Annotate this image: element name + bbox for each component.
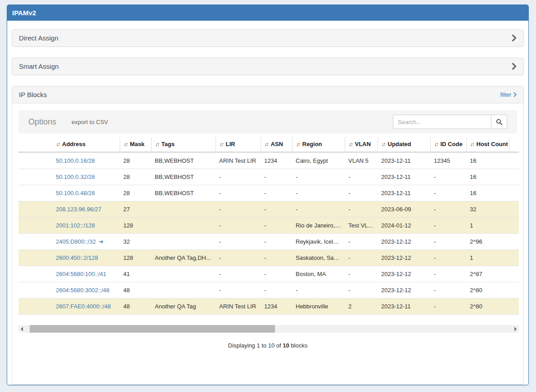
mask-cell: 32	[120, 234, 151, 250]
sort-icon[interactable]: ↓↑	[349, 141, 352, 147]
sort-icon[interactable]: ↓↑	[470, 141, 474, 147]
address-link[interactable]: 2604:5680:100::/41	[56, 271, 106, 277]
vlan-cell: -	[345, 234, 378, 250]
sort-icon[interactable]: ↓↑	[434, 141, 438, 147]
row-select-cell	[18, 234, 52, 250]
id-code-cell: -	[430, 169, 466, 185]
export-csv-link[interactable]: export to CSV	[72, 119, 108, 125]
asn-cell: -	[261, 250, 292, 266]
vlan-cell: -	[345, 169, 378, 185]
sort-icon[interactable]: ↓↑	[220, 141, 223, 147]
horizontal-scrollbar[interactable]	[18, 325, 519, 333]
host-count-cell: 16	[466, 185, 509, 201]
lir-cell: ARIN Test LIR	[216, 298, 261, 315]
region-cell: Boston, MA	[292, 266, 345, 282]
pagination-prefix: Displaying 1 to 10 of	[228, 342, 283, 349]
table-row[interactable]: 208.123.96.96/27 27 - - - - 2023-06-09 -…	[18, 201, 519, 218]
row-select-cell	[18, 298, 52, 315]
address-link[interactable]: 2607:FAE0:4000::/48	[56, 303, 111, 310]
updated-cell: 2023-12-12	[378, 250, 430, 266]
table-row[interactable]: 2405:D800::/32➔ 32 - - Reykjavik, Icelan…	[18, 234, 519, 250]
column-header[interactable]: ↓↑ASN	[261, 137, 292, 152]
column-header[interactable]: ↓↑Tags	[151, 137, 216, 152]
table-row[interactable]: 2600:450::2/128 128 Another QA Tag,DH...…	[18, 250, 519, 266]
pagination-summary: Displaying 1 to 10 of 10 blocks	[18, 342, 517, 349]
search-button[interactable]	[491, 115, 507, 129]
table-body: 50.100.0.16/28 28 BB,WEBHOST ARIN Test L…	[18, 152, 519, 315]
tags-cell: BB,WEBHOST	[151, 152, 216, 169]
id-code-cell: -	[430, 218, 466, 234]
pagination-suffix: blocks	[289, 342, 307, 349]
row-spacer-cell	[509, 298, 519, 315]
sort-icon[interactable]: ↓↑	[124, 141, 127, 147]
scroll-left-arrow-icon[interactable]	[21, 327, 23, 331]
app-title: IPAMv2	[12, 9, 36, 17]
chevron-right-icon[interactable]	[512, 35, 517, 41]
row-select-cell	[18, 250, 52, 266]
mask-cell: 28	[120, 185, 151, 201]
address-link[interactable]: 50.100.0.16/28	[56, 157, 95, 164]
table-row[interactable]: 50.100.0.32/28 28 BB,WEBHOST - - - - 202…	[18, 169, 519, 185]
mask-cell: 28	[120, 152, 151, 169]
sort-icon[interactable]: ↓↑	[265, 141, 268, 147]
address-link[interactable]: 50.100.0.48/28	[56, 190, 95, 196]
address-link[interactable]: 2405:D800::/32	[56, 238, 96, 245]
direct-assign-panel: Direct Assign	[12, 29, 524, 47]
host-count-cell: 16	[466, 169, 509, 185]
address-link[interactable]: 2600:450::2/128	[56, 254, 98, 261]
host-count-cell: 2^80	[466, 282, 509, 298]
smart-assign-header[interactable]: Smart Assign	[12, 58, 523, 75]
table-row[interactable]: 50.100.0.16/28 28 BB,WEBHOST ARIN Test L…	[18, 152, 519, 169]
region-cell: -	[292, 169, 345, 185]
direct-assign-header[interactable]: Direct Assign	[12, 30, 523, 46]
host-count-cell: 2^96	[466, 234, 509, 250]
column-label: VLAN	[355, 141, 371, 147]
column-label: ASN	[271, 141, 283, 147]
host-count-cell: 2^87	[466, 266, 509, 282]
address-link[interactable]: 208.123.96.96/27	[56, 206, 101, 213]
column-header[interactable]: ↓↑Region	[292, 137, 345, 152]
column-header[interactable]: ↓↑VLAN	[345, 137, 378, 152]
table-row[interactable]: 2607:FAE0:4000::/48 48 Another QA Tag AR…	[18, 298, 519, 315]
tags-cell	[151, 266, 216, 282]
address-link[interactable]: 2604:5680:3002::/48	[56, 287, 109, 294]
address-link[interactable]: 50.100.0.32/28	[56, 174, 95, 180]
filter-link[interactable]: filter	[500, 91, 517, 98]
address-link[interactable]: 2001:102::/128	[56, 222, 95, 229]
sort-icon[interactable]: ↓↑	[382, 141, 385, 147]
app-header: IPAMv2	[7, 5, 528, 21]
table-row[interactable]: 2604:5680:3002::/48 48 - - - - 2023-12-1…	[18, 282, 519, 298]
mask-cell: 128	[120, 250, 151, 266]
column-header[interactable]: ↓↑ID Code	[430, 137, 466, 152]
asn-cell: -	[261, 282, 292, 298]
updated-cell: 2023-12-12	[378, 234, 430, 250]
column-header[interactable]: ↓↑Host Count	[466, 137, 509, 152]
row-spacer-cell	[509, 234, 519, 250]
updated-cell: 2023-12-11	[378, 169, 430, 185]
column-header[interactable]: ↓↑Updated	[378, 137, 430, 152]
scrollbar-thumb[interactable]	[30, 325, 275, 333]
table-header-row: ↓↑Address ↓↑Mask ↓↑Tags ↓↑LIR ↓↑ASN ↓↑Re…	[18, 137, 519, 152]
chevron-right-icon[interactable]	[512, 63, 517, 70]
updated-cell: 2023-12-11	[378, 185, 430, 201]
sort-icon[interactable]: ↓↑	[296, 141, 300, 147]
table-row[interactable]: 50.100.0.48/28 28 BB,WEBHOST - - - - 202…	[18, 185, 519, 201]
tags-cell	[151, 218, 216, 234]
column-header[interactable]: ↓↑Mask	[120, 137, 151, 152]
sort-icon[interactable]: ↓↑	[56, 141, 59, 147]
search-input[interactable]	[393, 115, 491, 129]
column-header[interactable]: ↓↑Address	[52, 137, 120, 152]
asn-cell: -	[261, 169, 292, 185]
sort-icon[interactable]: ↓↑	[155, 141, 159, 147]
table-row[interactable]: 2604:5680:100::/41 41 - - Boston, MA - 2…	[18, 266, 519, 282]
column-header[interactable]: ↓↑LIR	[216, 137, 261, 152]
row-select-cell	[18, 266, 52, 282]
lir-cell: -	[216, 266, 261, 282]
lir-cell: -	[216, 234, 261, 250]
row-spacer-cell	[509, 218, 519, 234]
asn-cell: -	[261, 218, 292, 234]
row-spacer-cell	[509, 169, 519, 185]
scroll-right-arrow-icon[interactable]	[514, 327, 517, 331]
table-row[interactable]: 2001:102::/128 128 - - Rio de Janeiro, .…	[18, 218, 519, 234]
id-code-cell: -	[430, 266, 466, 282]
